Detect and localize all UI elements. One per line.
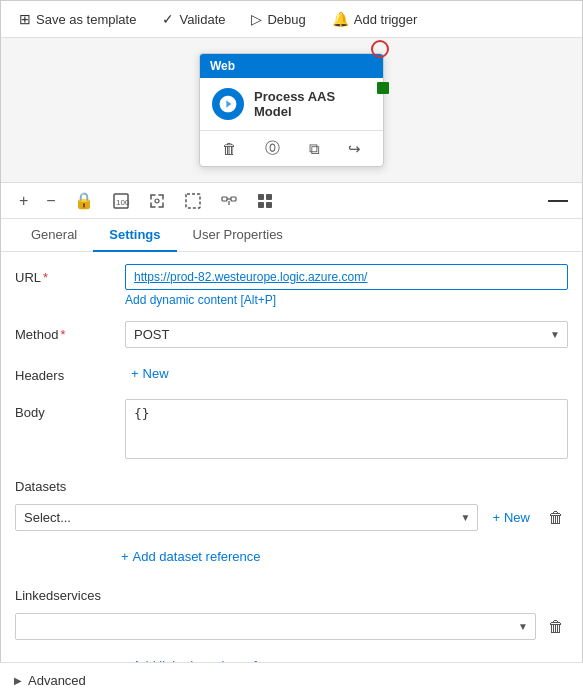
debug-label: Debug [267, 12, 305, 27]
svg-rect-4 [186, 194, 200, 208]
datasets-row: Datasets Select... ▼ + New 🗑 + Add datas… [15, 473, 568, 568]
headers-new-plus: + [131, 366, 139, 381]
canvas-area: Web Process AAS Model 🗑 ⓪ ⧉ ↪ [1, 38, 582, 183]
datasets-label: Datasets [15, 473, 115, 494]
url-label: URL* [15, 264, 115, 285]
add-button[interactable]: + [15, 190, 32, 212]
headers-label: Headers [15, 362, 115, 383]
datasets-new-label: New [504, 510, 530, 525]
remove-button[interactable]: − [42, 190, 59, 212]
datasets-controls: Select... ▼ + New 🗑 [15, 504, 568, 531]
add-dynamic-content-link[interactable]: Add dynamic content [Alt+P] [125, 293, 568, 307]
method-select-wrap: POST GET PUT DELETE PATCH ▼ [125, 321, 568, 348]
settings-form: URL* Add dynamic content [Alt+P] Method*… [1, 252, 582, 684]
add-trigger-icon: 🔔 [332, 11, 349, 27]
body-control-wrap: {} [125, 399, 568, 459]
linkedservices-select-wrap: ▼ [15, 613, 536, 640]
mini-toolbar: + − 🔒 100 [1, 183, 582, 219]
url-control-wrap: Add dynamic content [Alt+P] [125, 264, 568, 307]
svg-rect-9 [258, 194, 264, 200]
url-row: URL* Add dynamic content [Alt+P] [15, 264, 568, 307]
body-row: Body {} [15, 399, 568, 459]
lock-button[interactable]: 🔒 [70, 189, 98, 212]
headers-new-button[interactable]: + New [125, 362, 568, 385]
debug-icon: ▷ [251, 11, 262, 27]
linkedservices-select[interactable] [15, 613, 536, 640]
body-textarea[interactable]: {} [125, 399, 568, 459]
add-dataset-ref-label: Add dataset reference [133, 549, 261, 564]
url-input[interactable] [125, 264, 568, 290]
svg-rect-6 [231, 197, 236, 201]
layout-button[interactable] [216, 190, 242, 212]
advanced-toggle-button[interactable]: ▶ Advanced [14, 673, 86, 688]
advanced-label: Advanced [28, 673, 86, 688]
advanced-chevron-icon: ▶ [14, 675, 22, 686]
body-label: Body [15, 399, 115, 420]
url-required: * [43, 270, 48, 285]
node-title-label: Process AAS Model [254, 89, 371, 119]
node-info-button[interactable]: ⓪ [260, 137, 285, 160]
svg-point-3 [155, 199, 159, 203]
node-connection-dot [377, 82, 389, 94]
arrange-button[interactable] [252, 190, 278, 212]
tabs-bar: General Settings User Properties [1, 219, 582, 252]
datasets-select[interactable]: Select... [15, 504, 478, 531]
node-header: Web [200, 54, 383, 78]
add-trigger-button[interactable]: 🔔 Add trigger [328, 9, 422, 29]
advanced-section: ▶ Advanced [0, 662, 583, 698]
headers-row: Headers + New [15, 362, 568, 385]
linkedservices-controls: ▼ 🗑 [15, 613, 568, 640]
save-template-label: Save as template [36, 12, 136, 27]
method-label: Method* [15, 321, 115, 342]
node-actions: 🗑 ⓪ ⧉ ↪ [200, 131, 383, 166]
datasets-delete-button[interactable]: 🗑 [544, 505, 568, 531]
top-toolbar: ⊞ Save as template ✓ Validate ▷ Debug 🔔 … [1, 1, 582, 38]
node-delete-button[interactable]: 🗑 [217, 138, 242, 159]
percent-button[interactable]: 100 [108, 190, 134, 212]
add-dataset-reference-button[interactable]: + Add dataset reference [115, 545, 267, 568]
node-connect-button[interactable]: ↪ [343, 138, 366, 160]
linkedservices-label: Linkedservices [15, 582, 115, 603]
validate-label: Validate [179, 12, 225, 27]
method-row: Method* POST GET PUT DELETE PATCH ▼ [15, 321, 568, 348]
mini-separator [548, 200, 568, 202]
validate-icon: ✓ [162, 11, 174, 27]
add-trigger-label: Add trigger [354, 12, 418, 27]
debug-button[interactable]: ▷ Debug [247, 9, 309, 29]
tab-settings[interactable]: Settings [93, 219, 176, 252]
headers-control-wrap: + New [125, 362, 568, 385]
svg-rect-5 [222, 197, 227, 201]
node-status-indicator [371, 40, 389, 58]
save-template-button[interactable]: ⊞ Save as template [15, 9, 140, 29]
save-template-icon: ⊞ [19, 11, 31, 27]
validate-button[interactable]: ✓ Validate [158, 9, 229, 29]
svg-rect-11 [258, 202, 264, 208]
svg-text:100: 100 [116, 198, 130, 207]
headers-new-label: New [143, 366, 169, 381]
method-control-wrap: POST GET PUT DELETE PATCH ▼ [125, 321, 568, 348]
select-button[interactable] [180, 190, 206, 212]
datasets-new-plus: + [492, 510, 500, 525]
svg-rect-12 [266, 202, 272, 208]
datasets-new-button[interactable]: + New [486, 506, 536, 529]
tab-user-properties[interactable]: User Properties [177, 219, 299, 252]
svg-rect-10 [266, 194, 272, 200]
method-select[interactable]: POST GET PUT DELETE PATCH [125, 321, 568, 348]
method-required: * [60, 327, 65, 342]
add-dataset-ref-plus: + [121, 549, 129, 564]
datasets-select-wrap: Select... ▼ [15, 504, 478, 531]
node-body: Process AAS Model [200, 78, 383, 131]
node-icon [212, 88, 244, 120]
node-category-label: Web [210, 59, 235, 73]
tab-general[interactable]: General [15, 219, 93, 252]
node-copy-button[interactable]: ⧉ [304, 138, 325, 160]
linkedservices-delete-button[interactable]: 🗑 [544, 614, 568, 640]
zoom-fit-button[interactable] [144, 190, 170, 212]
node-card: Web Process AAS Model 🗑 ⓪ ⧉ ↪ [199, 53, 384, 167]
